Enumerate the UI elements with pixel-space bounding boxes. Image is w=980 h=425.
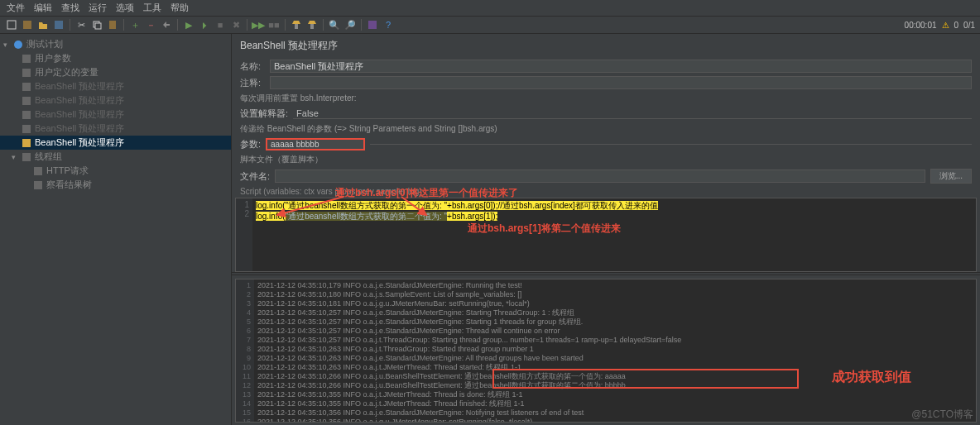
- script-editor[interactable]: 12 log.info("通过beanshell数组方式获取的第一个值为: "+…: [235, 198, 977, 272]
- file-hint: 脚本文件（覆盖脚本）: [232, 152, 980, 167]
- svg-point-9: [14, 41, 22, 49]
- function-icon[interactable]: [366, 18, 379, 31]
- tree-item[interactable]: BeanShell 预处理程序: [0, 79, 231, 93]
- svg-rect-5: [109, 21, 116, 29]
- watermark: @51CTO博客: [911, 408, 973, 422]
- svg-rect-15: [22, 125, 31, 133]
- tree-item[interactable]: BeanShell 预处理程序: [0, 136, 231, 150]
- test-plan-tree[interactable]: ▾测试计划 用户参数用户定义的变量BeanShell 预处理程序BeanShel…: [0, 34, 232, 425]
- toggle-icon[interactable]: [160, 18, 173, 31]
- warning-icon[interactable]: ⚠: [942, 21, 949, 30]
- menu-file[interactable]: 文件: [7, 2, 25, 12]
- svg-rect-16: [22, 139, 31, 147]
- svg-rect-0: [7, 21, 16, 29]
- svg-rect-18: [34, 167, 42, 175]
- help-icon[interactable]: ?: [382, 18, 395, 31]
- run-icon[interactable]: ▶: [182, 18, 195, 31]
- file-input[interactable]: [275, 170, 925, 183]
- tree-item[interactable]: 用户定义的变量: [0, 65, 231, 79]
- svg-rect-1: [23, 21, 31, 29]
- remote-start-icon[interactable]: ▶▶: [252, 18, 265, 31]
- svg-rect-4: [95, 23, 101, 29]
- templates-icon[interactable]: [21, 18, 34, 31]
- menu-edit[interactable]: 编辑: [34, 2, 52, 12]
- annotation-2: 通过bsh.args[1]将第二个值传进来: [468, 222, 621, 236]
- new-icon[interactable]: [5, 18, 18, 31]
- tree-root[interactable]: ▾测试计划: [0, 37, 231, 51]
- tree-item[interactable]: BeanShell 预处理程序: [0, 93, 231, 107]
- svg-rect-19: [34, 181, 42, 189]
- tree-item[interactable]: BeanShell 预处理程序: [0, 107, 231, 122]
- menu-tools[interactable]: 工具: [143, 2, 161, 12]
- reset-hint: 每次调用前重置 bsh.Interpreter:: [232, 91, 980, 106]
- menu-options[interactable]: 选项: [116, 2, 134, 12]
- svg-rect-7: [310, 24, 314, 29]
- collapse-icon[interactable]: －: [144, 18, 157, 31]
- menu-run[interactable]: 运行: [89, 2, 107, 12]
- params-input[interactable]: [266, 138, 365, 150]
- panel-title: BeanShell 预处理程序: [232, 34, 980, 58]
- script-label: Script (variables: ctx vars props prev s…: [232, 185, 980, 198]
- tree-item[interactable]: BeanShell 预处理程序: [0, 122, 231, 136]
- browse-button[interactable]: 浏览...: [930, 169, 972, 184]
- thread-count: 0/1: [963, 21, 975, 30]
- comment-label: 注释:: [240, 77, 265, 89]
- svg-rect-8: [368, 21, 377, 29]
- timer-display: 00:00:01: [905, 21, 937, 30]
- menu-search[interactable]: 查找: [61, 2, 79, 12]
- stop-icon[interactable]: ■: [214, 18, 227, 31]
- name-label: 名称:: [240, 60, 265, 73]
- expand-icon[interactable]: ＋: [128, 18, 142, 31]
- svg-rect-2: [55, 21, 63, 29]
- name-input[interactable]: [270, 60, 972, 73]
- svg-rect-12: [22, 83, 31, 91]
- reset-toggle-label: 设置解释器:: [240, 107, 288, 120]
- tree-item[interactable]: 察看结果树: [0, 178, 231, 192]
- menu-bar: 文件 编辑 查找 运行 选项 工具 帮助: [0, 0, 980, 17]
- clear-icon[interactable]: [290, 18, 303, 31]
- tree-item[interactable]: HTTP请求: [0, 164, 231, 178]
- tree-item[interactable]: ▾线程组: [0, 150, 231, 164]
- editor-panel: BeanShell 预处理程序 名称: 注释: 每次调用前重置 bsh.Inte…: [232, 34, 980, 425]
- reset-search-icon[interactable]: 🔎: [343, 18, 357, 31]
- paste-icon[interactable]: [106, 18, 119, 31]
- file-label: 文件名:: [240, 170, 270, 183]
- svg-rect-11: [22, 69, 31, 77]
- open-icon[interactable]: [36, 18, 50, 31]
- svg-rect-6: [295, 24, 298, 29]
- warn-count: 0: [954, 21, 959, 30]
- copy-icon[interactable]: [90, 18, 103, 31]
- search-icon[interactable]: 🔍: [328, 18, 341, 31]
- log-viewer[interactable]: 1234567891011121314151617 2021-12-12 04:…: [235, 279, 977, 423]
- tree-item[interactable]: 用户参数: [0, 51, 231, 65]
- reset-value[interactable]: False: [293, 108, 972, 119]
- splitter[interactable]: [232, 272, 980, 275]
- run-notimer-icon[interactable]: ⏵: [198, 18, 211, 31]
- params-label: 参数:: [240, 138, 261, 150]
- save-icon[interactable]: [52, 18, 65, 31]
- svg-rect-14: [22, 111, 31, 119]
- svg-rect-13: [22, 97, 31, 105]
- svg-rect-17: [22, 153, 31, 161]
- clear-all-icon[interactable]: [305, 18, 319, 31]
- toolbar: ✂ ＋ － ▶ ⏵ ■ ✖ ▶▶ ■■ 🔍 🔎 ? 00:00:01 ⚠ 0 0…: [0, 17, 980, 34]
- shutdown-icon[interactable]: ✖: [229, 18, 243, 31]
- comment-input[interactable]: [270, 76, 972, 89]
- remote-stop-icon[interactable]: ■■: [267, 18, 281, 31]
- menu-help[interactable]: 帮助: [171, 2, 189, 12]
- svg-rect-10: [22, 55, 31, 63]
- params-hint: 传递给 BeanShell 的参数 (=> String Parameters …: [232, 122, 980, 136]
- cut-icon[interactable]: ✂: [74, 18, 88, 31]
